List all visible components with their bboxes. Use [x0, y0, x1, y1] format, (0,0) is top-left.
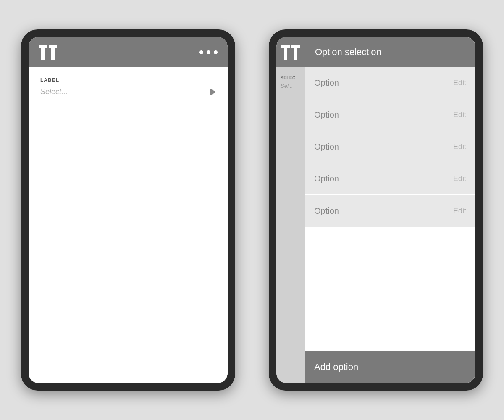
option-panel: Option selection OptionEditOptionEditOpt… — [305, 37, 475, 383]
option-row[interactable]: OptionEdit — [305, 131, 475, 163]
dot-3 — [214, 50, 218, 54]
phone-1-screen: LABEL Select... — [29, 37, 228, 383]
dot-2 — [207, 50, 210, 54]
scene: LABEL Select... SELEC Sel... — [21, 29, 483, 391]
svg-rect-5 — [284, 45, 287, 60]
option-row[interactable]: OptionEdit — [305, 163, 475, 195]
option-panel-title: Option selection — [315, 47, 381, 58]
select-field[interactable]: Select... — [40, 87, 216, 100]
sidebar-body-strip: SELEC Sel... — [276, 67, 305, 383]
sidebar-select: Sel... — [281, 83, 301, 89]
edit-button-4[interactable]: Edit — [453, 207, 466, 215]
option-row[interactable]: OptionEdit — [305, 67, 475, 99]
option-row[interactable]: OptionEdit — [305, 195, 475, 227]
select-placeholder: Select... — [40, 87, 68, 96]
edit-button-1[interactable]: Edit — [453, 110, 466, 119]
option-name-0: Option — [314, 78, 339, 88]
svg-rect-7 — [294, 45, 297, 60]
options-list: OptionEditOptionEditOptionEditOptionEdit… — [305, 67, 475, 351]
phone-1-content: LABEL Select... — [29, 67, 228, 383]
logo-icon-1 — [39, 45, 57, 60]
app-header-1 — [29, 37, 228, 67]
sidebar-label: SELEC — [281, 76, 301, 80]
svg-rect-3 — [51, 45, 55, 60]
svg-rect-1 — [41, 45, 45, 60]
edit-button-2[interactable]: Edit — [453, 142, 466, 151]
logo-text-2 — [281, 45, 300, 60]
field-label: LABEL — [40, 77, 216, 83]
sidebar-strip: SELEC Sel... — [276, 37, 305, 383]
logo-text-1 — [39, 45, 57, 60]
edit-button-3[interactable]: Edit — [453, 174, 466, 183]
chevron-right-icon — [210, 89, 216, 95]
option-row[interactable]: OptionEdit — [305, 99, 475, 131]
add-option-button[interactable]: Add option — [305, 351, 475, 383]
option-name-2: Option — [314, 142, 339, 152]
option-name-3: Option — [314, 174, 339, 184]
add-option-label: Add option — [314, 362, 358, 373]
dot-1 — [200, 50, 203, 54]
option-name-4: Option — [314, 206, 339, 216]
option-panel-header: Option selection — [305, 37, 475, 67]
header-dots-1 — [200, 50, 218, 54]
phone-2-screen: SELEC Sel... Option selection OptionEdit… — [276, 37, 475, 383]
phone-2: SELEC Sel... Option selection OptionEdit… — [269, 29, 483, 391]
option-name-1: Option — [314, 110, 339, 120]
edit-button-0[interactable]: Edit — [453, 79, 466, 87]
sidebar-header-strip — [276, 37, 305, 67]
phone-1: LABEL Select... — [21, 29, 235, 391]
